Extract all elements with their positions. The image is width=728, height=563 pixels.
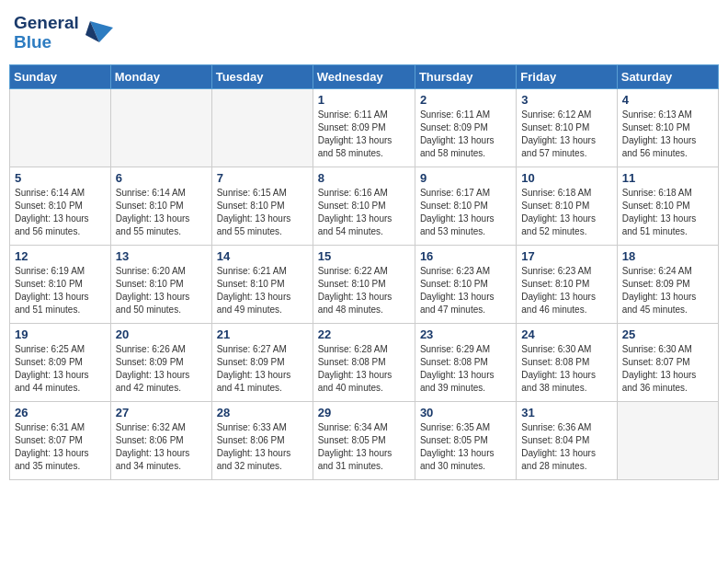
calendar-cell: 21Sunrise: 6:27 AM Sunset: 8:09 PM Dayli… bbox=[211, 323, 313, 401]
calendar-cell: 22Sunrise: 6:28 AM Sunset: 8:08 PM Dayli… bbox=[313, 323, 415, 401]
day-info: Sunrise: 6:26 AM Sunset: 8:09 PM Dayligh… bbox=[116, 343, 207, 395]
weekday-header-saturday: Saturday bbox=[617, 64, 718, 88]
day-info: Sunrise: 6:13 AM Sunset: 8:10 PM Dayligh… bbox=[622, 109, 713, 160]
day-number: 29 bbox=[318, 406, 410, 419]
day-info: Sunrise: 6:18 AM Sunset: 8:10 PM Dayligh… bbox=[622, 187, 713, 238]
day-info: Sunrise: 6:30 AM Sunset: 8:08 PM Dayligh… bbox=[521, 343, 611, 395]
calendar-cell: 17Sunrise: 6:23 AM Sunset: 8:10 PM Dayli… bbox=[517, 245, 617, 323]
calendar-cell: 6Sunrise: 6:14 AM Sunset: 8:10 PM Daylig… bbox=[110, 167, 211, 245]
calendar-cell: 8Sunrise: 6:16 AM Sunset: 8:10 PM Daylig… bbox=[313, 167, 415, 245]
day-info: Sunrise: 6:35 AM Sunset: 8:05 PM Dayligh… bbox=[420, 421, 511, 473]
day-info: Sunrise: 6:22 AM Sunset: 8:10 PM Dayligh… bbox=[318, 265, 410, 316]
day-info: Sunrise: 6:17 AM Sunset: 8:10 PM Dayligh… bbox=[420, 187, 511, 238]
day-number: 22 bbox=[318, 327, 410, 341]
calendar-week-2: 12Sunrise: 6:19 AM Sunset: 8:10 PM Dayli… bbox=[10, 245, 719, 323]
calendar-cell: 29Sunrise: 6:34 AM Sunset: 8:05 PM Dayli… bbox=[313, 401, 415, 479]
day-number: 19 bbox=[15, 327, 106, 341]
day-info: Sunrise: 6:31 AM Sunset: 8:07 PM Dayligh… bbox=[15, 421, 106, 473]
day-number: 20 bbox=[116, 327, 207, 341]
calendar-cell bbox=[211, 88, 313, 167]
calendar-cell: 26Sunrise: 6:31 AM Sunset: 8:07 PM Dayli… bbox=[10, 401, 111, 479]
calendar-week-0: 1Sunrise: 6:11 AM Sunset: 8:09 PM Daylig… bbox=[10, 88, 719, 167]
day-info: Sunrise: 6:23 AM Sunset: 8:10 PM Dayligh… bbox=[521, 265, 611, 316]
calendar-week-1: 5Sunrise: 6:14 AM Sunset: 8:10 PM Daylig… bbox=[10, 167, 719, 245]
day-info: Sunrise: 6:14 AM Sunset: 8:10 PM Dayligh… bbox=[116, 187, 207, 238]
day-info: Sunrise: 6:29 AM Sunset: 8:08 PM Dayligh… bbox=[420, 343, 511, 395]
day-number: 17 bbox=[521, 249, 611, 263]
calendar-cell: 23Sunrise: 6:29 AM Sunset: 8:08 PM Dayli… bbox=[415, 323, 516, 401]
day-number: 13 bbox=[116, 249, 207, 263]
calendar-cell bbox=[110, 88, 211, 167]
day-number: 8 bbox=[318, 171, 410, 185]
day-info: Sunrise: 6:25 AM Sunset: 8:09 PM Dayligh… bbox=[15, 343, 106, 395]
calendar-cell bbox=[10, 88, 111, 167]
calendar-cell: 11Sunrise: 6:18 AM Sunset: 8:10 PM Dayli… bbox=[617, 167, 718, 245]
day-info: Sunrise: 6:24 AM Sunset: 8:09 PM Dayligh… bbox=[622, 265, 713, 316]
calendar-table: SundayMondayTuesdayWednesdayThursdayFrid… bbox=[9, 64, 719, 480]
day-info: Sunrise: 6:15 AM Sunset: 8:10 PM Dayligh… bbox=[217, 187, 308, 238]
day-info: Sunrise: 6:34 AM Sunset: 8:05 PM Dayligh… bbox=[318, 421, 410, 473]
day-info: Sunrise: 6:11 AM Sunset: 8:09 PM Dayligh… bbox=[318, 109, 410, 160]
weekday-header-sunday: Sunday bbox=[10, 64, 111, 88]
weekday-header-monday: Monday bbox=[110, 64, 211, 88]
calendar-cell: 12Sunrise: 6:19 AM Sunset: 8:10 PM Dayli… bbox=[10, 245, 111, 323]
calendar-cell: 20Sunrise: 6:26 AM Sunset: 8:09 PM Dayli… bbox=[110, 323, 211, 401]
day-number: 21 bbox=[217, 327, 308, 341]
calendar-cell: 25Sunrise: 6:30 AM Sunset: 8:07 PM Dayli… bbox=[617, 323, 718, 401]
calendar-cell: 28Sunrise: 6:33 AM Sunset: 8:06 PM Dayli… bbox=[211, 401, 313, 479]
calendar-cell: 31Sunrise: 6:36 AM Sunset: 8:04 PM Dayli… bbox=[517, 401, 617, 479]
day-number: 10 bbox=[521, 171, 611, 185]
day-info: Sunrise: 6:19 AM Sunset: 8:10 PM Dayligh… bbox=[15, 265, 106, 316]
day-info: Sunrise: 6:18 AM Sunset: 8:10 PM Dayligh… bbox=[521, 187, 611, 238]
logo-text-blue: Blue bbox=[14, 33, 79, 52]
day-number: 11 bbox=[622, 171, 713, 185]
weekday-header-thursday: Thursday bbox=[415, 64, 516, 88]
logo: General Blue bbox=[14, 14, 113, 52]
day-info: Sunrise: 6:11 AM Sunset: 8:09 PM Dayligh… bbox=[420, 109, 511, 160]
calendar-cell: 2Sunrise: 6:11 AM Sunset: 8:09 PM Daylig… bbox=[415, 88, 516, 167]
day-info: Sunrise: 6:14 AM Sunset: 8:10 PM Dayligh… bbox=[15, 187, 106, 238]
calendar-cell bbox=[617, 401, 718, 479]
day-number: 31 bbox=[521, 406, 611, 419]
calendar-cell: 14Sunrise: 6:21 AM Sunset: 8:10 PM Dayli… bbox=[211, 245, 313, 323]
day-info: Sunrise: 6:21 AM Sunset: 8:10 PM Dayligh… bbox=[217, 265, 308, 316]
day-number: 24 bbox=[521, 327, 611, 341]
calendar-cell: 7Sunrise: 6:15 AM Sunset: 8:10 PM Daylig… bbox=[211, 167, 313, 245]
day-number: 28 bbox=[217, 406, 308, 419]
day-number: 3 bbox=[521, 93, 611, 107]
day-info: Sunrise: 6:30 AM Sunset: 8:07 PM Dayligh… bbox=[622, 343, 713, 395]
day-number: 15 bbox=[318, 249, 410, 263]
weekday-header-wednesday: Wednesday bbox=[313, 64, 415, 88]
calendar-cell: 4Sunrise: 6:13 AM Sunset: 8:10 PM Daylig… bbox=[617, 88, 718, 167]
day-number: 25 bbox=[622, 327, 713, 341]
calendar-cell: 18Sunrise: 6:24 AM Sunset: 8:09 PM Dayli… bbox=[617, 245, 718, 323]
calendar-cell: 27Sunrise: 6:32 AM Sunset: 8:06 PM Dayli… bbox=[110, 401, 211, 479]
page-header: General Blue bbox=[9, 9, 719, 57]
day-info: Sunrise: 6:20 AM Sunset: 8:10 PM Dayligh… bbox=[116, 265, 207, 316]
day-number: 7 bbox=[217, 171, 308, 185]
calendar-header-row: SundayMondayTuesdayWednesdayThursdayFrid… bbox=[10, 64, 719, 88]
calendar-cell: 5Sunrise: 6:14 AM Sunset: 8:10 PM Daylig… bbox=[10, 167, 111, 245]
calendar-cell: 15Sunrise: 6:22 AM Sunset: 8:10 PM Dayli… bbox=[313, 245, 415, 323]
calendar-week-4: 26Sunrise: 6:31 AM Sunset: 8:07 PM Dayli… bbox=[10, 401, 719, 479]
logo-text-general: General bbox=[14, 14, 79, 33]
day-info: Sunrise: 6:36 AM Sunset: 8:04 PM Dayligh… bbox=[521, 421, 611, 473]
day-info: Sunrise: 6:33 AM Sunset: 8:06 PM Dayligh… bbox=[217, 421, 308, 473]
day-number: 14 bbox=[217, 249, 308, 263]
calendar-cell: 24Sunrise: 6:30 AM Sunset: 8:08 PM Dayli… bbox=[517, 323, 617, 401]
day-number: 1 bbox=[318, 93, 410, 107]
calendar-cell: 10Sunrise: 6:18 AM Sunset: 8:10 PM Dayli… bbox=[517, 167, 617, 245]
day-number: 23 bbox=[420, 327, 511, 341]
day-number: 4 bbox=[622, 93, 713, 107]
calendar-cell: 13Sunrise: 6:20 AM Sunset: 8:10 PM Dayli… bbox=[110, 245, 211, 323]
calendar-cell: 9Sunrise: 6:17 AM Sunset: 8:10 PM Daylig… bbox=[415, 167, 516, 245]
day-info: Sunrise: 6:12 AM Sunset: 8:10 PM Dayligh… bbox=[521, 109, 611, 160]
day-number: 18 bbox=[622, 249, 713, 263]
day-number: 12 bbox=[15, 249, 106, 263]
day-info: Sunrise: 6:16 AM Sunset: 8:10 PM Dayligh… bbox=[318, 187, 410, 238]
calendar-cell: 16Sunrise: 6:23 AM Sunset: 8:10 PM Dayli… bbox=[415, 245, 516, 323]
logo-icon bbox=[81, 17, 113, 49]
weekday-header-friday: Friday bbox=[517, 64, 617, 88]
day-number: 26 bbox=[15, 406, 106, 419]
day-number: 9 bbox=[420, 171, 511, 185]
